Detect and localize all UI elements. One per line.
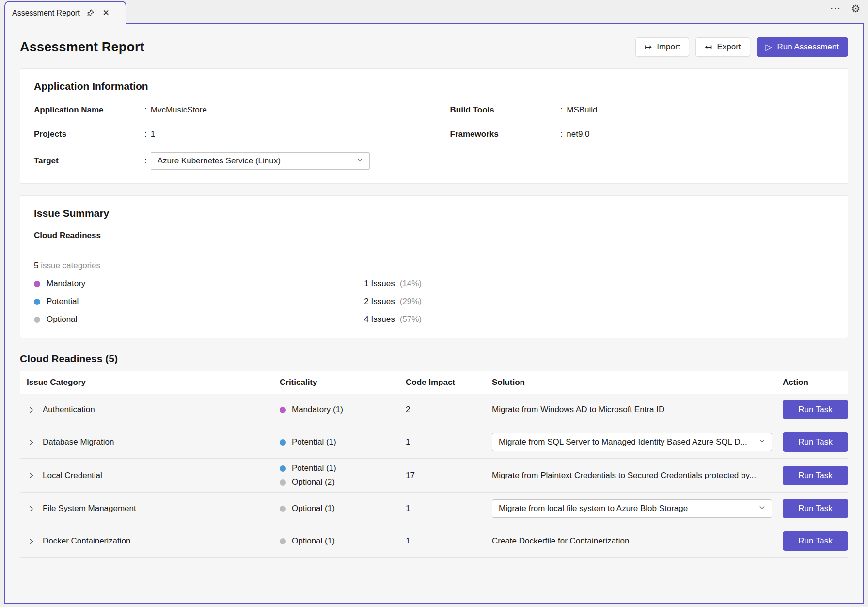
legend-count-group: 4 Issues(57%) [364,315,422,324]
field-colon: : [144,105,147,115]
mandatory-dot [34,281,40,287]
criticality-cell: Optional (1) [280,499,406,518]
solution-text: Migrate from Plaintext Credentials to Se… [492,471,756,480]
issue-category-cell: Authentication [20,405,280,415]
chevron-right-icon[interactable] [27,438,35,447]
field-colon: : [561,129,563,139]
legend-name: Optional [47,315,77,324]
criticality-line: Potential (1) [280,463,406,473]
chevron-right-icon[interactable] [27,504,35,513]
legend-count: 1 Issues [364,279,395,288]
import-button[interactable]: ↦ Import [635,37,689,57]
code-impact-cell: 17 [406,471,492,480]
application-information-card: Application Information Application Name… [20,68,848,184]
criticality-cell: Optional (1) [280,531,406,551]
column-header-code-impact: Code Impact [406,378,492,387]
criticality-line: Potential (1) [280,437,406,447]
legend-row-mandatory: Mandatory1 Issues(14%) [34,279,422,288]
legend-percent: (29%) [400,297,422,306]
application-information-grid: Application Name:MvcMusicStoreProjects:1… [34,92,834,170]
legend-left: Mandatory [34,279,85,288]
table-row: File System ManagementOptional (1)1Migra… [20,493,848,525]
column-header-solution: Solution [492,378,783,387]
criticality-label: Optional (2) [292,478,335,487]
legend-name: Potential [47,297,79,306]
info-row-left-2: Target:Azure Kubernetes Service (Linux) [34,152,450,170]
chevron-right-icon[interactable] [27,537,35,545]
info-row-right-0: Build Tools:MSBuild [450,104,834,116]
code-impact-cell: 2 [406,405,492,415]
pin-icon[interactable] [86,8,95,18]
field-label: Projects [34,129,144,139]
action-cell: Run Task [783,400,848,419]
criticality-label: Mandatory (1) [292,405,343,415]
table-row: Database MigrationPotential (1)1Migrate … [20,426,848,459]
chevron-down-icon [356,156,363,166]
application-information-right-column: Build Tools:MSBuildFrameworks:net9.0 [450,92,834,170]
legend-name: Mandatory [47,279,85,288]
cloud-readiness-subtab[interactable]: Cloud Readiness [34,231,834,240]
criticality-dot [280,538,286,544]
info-row-left-0: Application Name:MvcMusicStore [34,104,450,116]
run-assessment-button[interactable]: ▷ Run Assessment [757,37,848,57]
subtab-divider [34,248,422,248]
table-header-row: Issue CategoryCriticalityCode ImpactSolu… [20,371,848,394]
solution-text: Create Dockerfile for Containerization [492,536,629,545]
export-button[interactable]: ↤ Export [695,37,750,57]
more-actions-icon[interactable]: ⋯ [830,3,840,14]
issue-category-name: Authentication [43,405,95,415]
issue-categories-suffix: issue categories [38,261,100,270]
run-task-button[interactable]: Run Task [783,499,848,518]
table-row: AuthenticationMandatory (1)2Migrate from… [20,394,848,426]
tab-title: Assessment Report [12,9,80,17]
table-body: AuthenticationMandatory (1)2Migrate from… [20,394,848,558]
chevron-down-icon [758,504,766,513]
criticality-cell: Potential (1) [280,432,406,452]
potential-dot [34,299,40,305]
criticality-dot [280,407,286,413]
chevron-right-icon[interactable] [27,471,35,480]
run-task-button[interactable]: Run Task [783,531,848,551]
legend-count-group: 1 Issues(14%) [364,279,422,288]
legend-count: 2 Issues [364,297,395,306]
issue-categories-line: 5 issue categories [34,261,834,271]
legend-left: Potential [34,297,79,306]
import-label: Import [657,42,680,52]
close-icon[interactable]: ✕ [101,8,111,18]
tab-assessment-report[interactable]: Assessment Report ✕ [4,1,126,24]
issue-summary-title: Issue Summary [34,208,834,219]
criticality-cell: Potential (1)Optional (2) [280,459,406,492]
issue-category-cell: Docker Containerization [20,536,280,546]
issue-category-cell: Local Credential [20,471,280,480]
solution-select[interactable]: Migrate from local file system to Azure … [492,499,772,518]
field-label: Build Tools [450,105,561,115]
target-select-value: Azure Kubernetes Service (Linux) [158,156,281,166]
run-task-button[interactable]: Run Task [783,466,848,485]
chevron-right-icon[interactable] [27,405,35,414]
import-icon: ↦ [645,43,652,51]
run-task-button[interactable]: Run Task [783,400,848,419]
export-label: Export [717,42,741,52]
header-actions: ↦ Import ↤ Export ▷ Run Assessment [635,37,848,57]
assessment-report-panel: Assessment Report ↦ Import ↤ Export ▷ Ru… [4,23,864,604]
solution-select-value: Migrate from SQL Server to Managed Ident… [499,437,747,447]
field-value: MSBuild [567,105,597,115]
field-colon: : [561,105,563,115]
target-select[interactable]: Azure Kubernetes Service (Linux) [151,152,370,170]
issue-summary-card: Issue Summary Cloud Readiness 5 issue ca… [20,195,848,338]
tab-bar: Assessment Report ✕ ⋯ ⚙ [0,0,868,23]
solution-text: Migrate from Windows AD to Microsoft Ent… [492,405,664,414]
issue-category-name: File System Management [43,504,136,513]
window-actions: ⋯ ⚙ [830,3,860,14]
criticality-line: Optional (1) [280,504,406,513]
action-cell: Run Task [783,499,848,518]
solution-select[interactable]: Migrate from SQL Server to Managed Ident… [492,433,772,451]
criticality-cell: Mandatory (1) [280,400,406,419]
code-impact-value: 2 [406,405,410,414]
issue-category-name: Local Credential [43,471,102,480]
legend-count-group: 2 Issues(29%) [364,297,422,306]
gear-icon[interactable]: ⚙ [851,3,860,14]
code-impact-cell: 1 [406,536,492,546]
criticality-label: Optional (1) [292,504,335,513]
run-task-button[interactable]: Run Task [783,432,848,452]
